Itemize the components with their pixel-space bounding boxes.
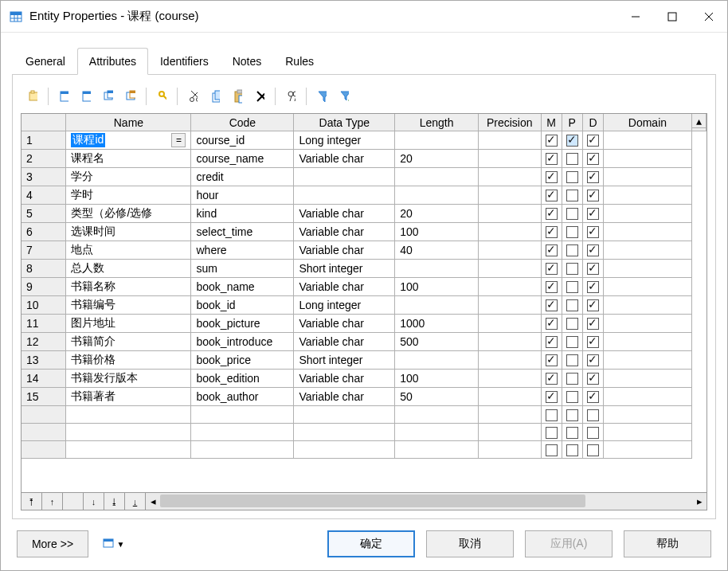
cell-domain[interactable] (604, 351, 692, 370)
checkbox[interactable] (566, 354, 578, 366)
checkbox[interactable] (587, 135, 599, 147)
checkbox[interactable] (587, 153, 599, 165)
minimize-button[interactable] (617, 1, 654, 33)
checkbox[interactable] (587, 427, 599, 439)
cell-precision[interactable] (479, 168, 542, 186)
checkbox[interactable] (566, 409, 578, 421)
cell-domain[interactable] (604, 168, 692, 186)
cell-length[interactable]: 20 (395, 205, 479, 223)
cell-length[interactable]: 20 (395, 150, 479, 168)
cell-name[interactable]: 课程名 (71, 151, 104, 164)
cell-name[interactable]: 学时 (71, 188, 93, 201)
row-number[interactable]: 3 (22, 168, 66, 186)
cell-name[interactable]: 书籍编号 (71, 298, 115, 311)
paste-icon[interactable] (227, 86, 248, 107)
checkbox[interactable] (546, 336, 558, 348)
cell-precision[interactable] (479, 150, 542, 168)
col-name[interactable]: Name (66, 114, 191, 131)
cell-code[interactable]: sum (191, 260, 294, 278)
vertical-scrollbar[interactable]: ▴ (692, 114, 706, 131)
cell-type[interactable]: Variable char (294, 333, 395, 351)
scroll-right-icon[interactable]: ▸ (692, 493, 706, 510)
cell-length[interactable]: 50 (395, 388, 479, 406)
cell-type[interactable]: Variable char (294, 205, 395, 223)
checkbox[interactable] (566, 318, 578, 330)
cell-length[interactable] (395, 260, 479, 278)
ok-button[interactable]: 确定 (327, 530, 415, 557)
cell-domain[interactable] (604, 278, 692, 296)
col-mandatory[interactable]: M (542, 114, 562, 131)
cut-icon[interactable] (182, 86, 203, 107)
table-row-empty[interactable] (22, 406, 706, 424)
cell-precision[interactable] (479, 223, 542, 241)
delete-icon[interactable] (249, 86, 270, 107)
checkbox[interactable] (546, 153, 558, 165)
checkbox[interactable] (546, 391, 558, 403)
table-row[interactable]: 7地点whereVariable char40 (22, 241, 706, 260)
cell-precision[interactable] (479, 131, 542, 150)
cell-code[interactable]: book_name (191, 278, 294, 296)
checkbox[interactable] (587, 354, 599, 366)
checkbox[interactable] (587, 208, 599, 220)
cancel-button[interactable]: 取消 (426, 530, 514, 557)
cell-domain[interactable] (604, 388, 692, 406)
cell-name[interactable]: 书籍发行版本 (71, 371, 138, 384)
row-number[interactable]: 8 (22, 260, 66, 278)
cell-code[interactable]: book_introduce (191, 333, 294, 351)
scroll-left-icon[interactable]: ◂ (146, 493, 160, 510)
options-dropdown[interactable]: ▼ (96, 530, 130, 557)
cell-precision[interactable] (479, 370, 542, 388)
checkbox[interactable] (587, 190, 599, 201)
cell-code[interactable]: book_picture (191, 315, 294, 333)
scroll-up-icon[interactable]: ▴ (692, 114, 706, 128)
row-number[interactable]: 4 (22, 186, 66, 205)
cell-length[interactable] (395, 296, 479, 315)
cell-length[interactable] (395, 168, 479, 186)
cell-type[interactable]: Variable char (294, 150, 395, 168)
cell-domain[interactable] (604, 260, 692, 278)
move-bottom-bar-icon[interactable]: ↓ (125, 493, 146, 510)
cell-length[interactable]: 100 (395, 223, 479, 241)
copy-icon[interactable] (205, 86, 225, 107)
checkbox[interactable] (546, 190, 558, 201)
checkbox[interactable] (546, 208, 558, 220)
insert-row-icon[interactable] (53, 86, 74, 107)
filter-icon[interactable] (311, 86, 332, 107)
cell-type[interactable]: Variable char (294, 241, 395, 260)
move-bottom-icon[interactable]: ⭳ (104, 493, 125, 510)
col-domain[interactable]: Domain (604, 114, 692, 131)
row-number[interactable]: 10 (22, 296, 66, 315)
manage-icon[interactable] (120, 86, 141, 107)
cell-length[interactable]: 1000 (395, 315, 479, 333)
checkbox[interactable] (566, 427, 578, 439)
checkbox[interactable] (566, 281, 578, 293)
cell-length[interactable]: 40 (395, 241, 479, 260)
col-precision[interactable]: Precision (479, 114, 542, 131)
checkbox[interactable] (546, 299, 558, 311)
cell-domain[interactable] (604, 131, 692, 150)
cell-code[interactable]: credit (191, 168, 294, 186)
checkbox[interactable] (587, 318, 599, 330)
col-displayed[interactable]: D (583, 114, 604, 131)
cell-type[interactable]: Short integer (294, 351, 395, 370)
checkbox[interactable] (587, 244, 599, 256)
cell-type[interactable] (294, 168, 395, 186)
close-button[interactable] (691, 1, 727, 33)
cell-name[interactable]: 书籍著者 (71, 389, 115, 402)
table-row[interactable]: 1课程id=course_idLong integer (22, 131, 706, 150)
cell-precision[interactable] (479, 205, 542, 223)
checkbox[interactable] (587, 336, 599, 348)
cell-precision[interactable] (479, 296, 542, 315)
add-rows-icon[interactable] (98, 86, 119, 107)
table-row[interactable]: 2课程名course_nameVariable char20 (22, 150, 706, 168)
table-row[interactable]: 13书籍价格book_priceShort integer (22, 351, 706, 370)
table-row[interactable]: 11图片地址book_pictureVariable char1000 (22, 315, 706, 333)
checkbox[interactable] (587, 409, 599, 421)
cell-name[interactable]: 书籍简介 (71, 334, 115, 347)
cell-type[interactable]: Long integer (294, 296, 395, 315)
table-row[interactable]: 10书籍编号book_idLong integer (22, 296, 706, 315)
horizontal-scrollbar[interactable]: ◂ ▸ (146, 493, 706, 510)
add-row-icon[interactable]: ★ (76, 86, 96, 107)
cell-type[interactable]: Variable char (294, 223, 395, 241)
col-data-type[interactable]: Data Type (294, 114, 395, 131)
